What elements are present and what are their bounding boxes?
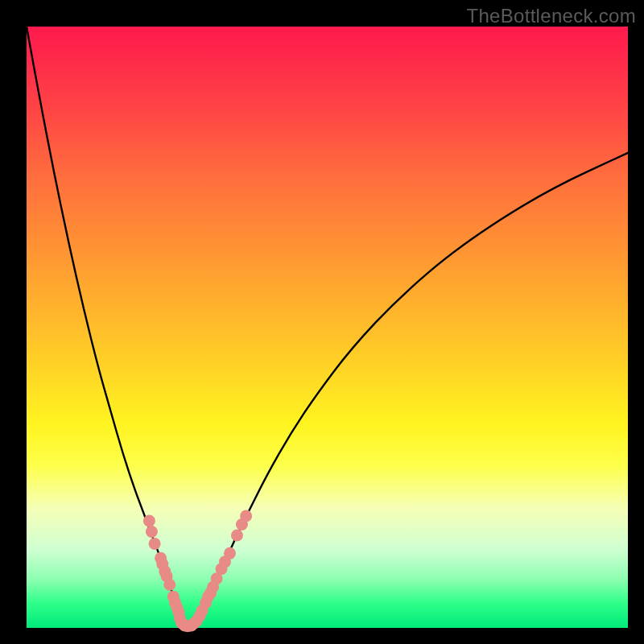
scatter-group xyxy=(143,510,252,633)
data-point xyxy=(231,529,243,541)
data-point xyxy=(224,547,236,559)
bottleneck-curve xyxy=(27,27,628,625)
data-point xyxy=(163,579,175,591)
data-point xyxy=(143,515,155,527)
data-point xyxy=(240,510,252,522)
data-point xyxy=(149,538,161,550)
data-point xyxy=(146,526,158,538)
chart-svg xyxy=(0,0,644,644)
chart-frame: TheBottleneck.com xyxy=(0,0,644,644)
watermark-text: TheBottleneck.com xyxy=(466,5,636,27)
